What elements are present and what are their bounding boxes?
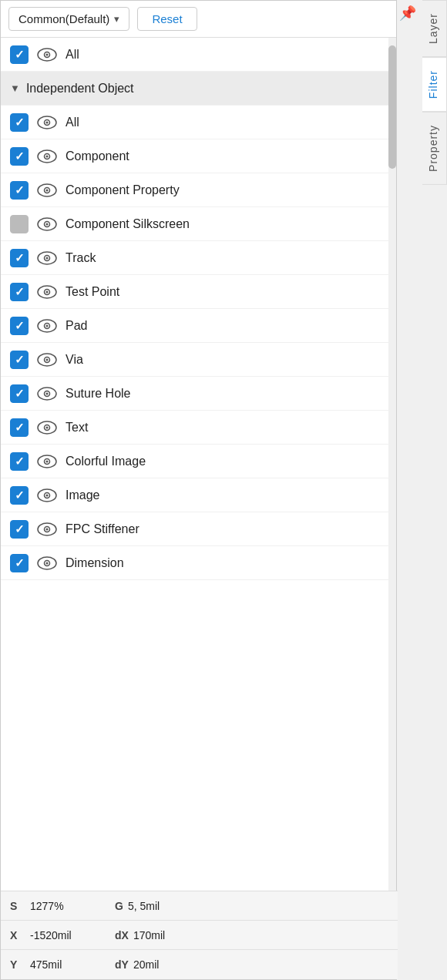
top-all-row: All [1,38,396,72]
svg-point-23 [46,324,49,327]
label-pad: Pad [66,319,87,333]
eye-icon-component-property[interactable] [36,183,58,198]
status-row-x: X -1520mil dX 170mil [1,921,398,950]
top-all-label: All [66,48,79,62]
svg-point-14 [46,223,49,225]
status-row-s: S 1277% G 5, 5mil [1,891,398,921]
top-all-checkbox[interactable] [10,45,29,64]
list-item: All [1,106,396,139]
g-value: 5, 5mil [128,900,160,912]
list-item: Suture Hole [1,377,396,411]
label-test-point: Test Point [66,285,119,299]
list-item: Test Point [1,275,396,309]
label-via: Via [66,353,83,367]
svg-point-2 [46,53,49,55]
reset-button[interactable]: Reset [137,7,197,31]
list-item: Text [1,411,396,445]
list-item: Dimension [1,546,396,580]
checkbox-component[interactable] [10,147,29,166]
checkbox-track[interactable] [10,249,29,267]
svg-point-20 [46,290,49,293]
eye-icon-fpc-stiffener[interactable] [36,522,58,537]
preset-dropdown[interactable]: Common(Default) ▾ [8,7,129,31]
pin-icon: 📌 [399,5,416,22]
checkbox-image[interactable] [10,486,29,505]
svg-point-41 [46,528,49,530]
section-label: Independent Object [26,82,134,96]
label-suture-hole: Suture Hole [66,387,131,401]
eye-icon-all[interactable] [36,115,58,130]
x-label: X [10,929,25,941]
eye-icon-component[interactable] [36,149,58,164]
dx-label: dX [115,929,129,941]
label-track: Track [66,251,96,265]
eye-icon-suture-hole[interactable] [36,386,58,401]
svg-point-5 [46,121,49,123]
x-value: -1520mil [30,929,99,941]
y-value: 475mil [30,958,99,971]
checkbox-fpc-stiffener[interactable] [10,520,29,539]
eye-icon-test-point[interactable] [36,284,58,300]
label-component-property: Component Property [66,183,180,197]
checkbox-text[interactable] [10,418,29,437]
main-panel: Common(Default) ▾ Reset All ▼ Independen… [0,0,397,980]
chevron-down-icon: ▾ [114,13,119,25]
list-item: Component Property [1,173,396,207]
svg-point-32 [46,426,49,428]
g-label: G [115,900,123,912]
dx-value: 170mil [133,929,165,941]
list-item: Via [1,343,396,377]
s-value: 1277% [30,900,99,912]
list-item: Colorful Image [1,445,396,478]
items-list: All Component Component Property Compone… [1,106,396,580]
eye-icon-component-silkscreen[interactable] [36,216,58,232]
label-component: Component [66,149,129,163]
list-area: All ▼ Independent Object All Component C… [1,38,396,891]
scrollbar-thumb[interactable] [388,45,396,169]
eye-icon-text[interactable] [36,420,58,435]
tab-layer[interactable]: Layer [422,0,447,57]
side-tabs: Layer Filter Property [422,0,447,185]
checkbox-component-silkscreen[interactable] [10,215,29,233]
checkbox-test-point[interactable] [10,283,29,301]
checkbox-pad[interactable] [10,317,29,335]
list-item: Component [1,139,396,173]
label-image: Image [66,488,99,502]
checkbox-dimension[interactable] [10,554,29,572]
svg-point-8 [46,155,49,157]
eye-icon-image[interactable] [36,488,58,503]
tab-property[interactable]: Property [422,112,447,185]
collapse-triangle-icon[interactable]: ▼ [10,82,20,94]
eye-icon-track[interactable] [36,250,58,266]
section-header: ▼ Independent Object [1,72,396,106]
eye-icon-via[interactable] [36,352,58,368]
eye-icon-dimension[interactable] [36,555,58,571]
label-fpc-stiffener: FPC Stiffener [66,522,139,536]
status-row-y: Y 475mil dY 20mil [1,950,398,979]
svg-point-26 [46,358,49,361]
checkbox-via[interactable] [10,351,29,369]
dy-value: 20mil [133,958,159,971]
s-label: S [10,900,25,912]
checkbox-colorful-image[interactable] [10,452,29,471]
svg-point-29 [46,392,49,394]
label-dimension: Dimension [66,556,124,570]
svg-point-17 [46,257,49,259]
top-all-eye-icon[interactable] [36,47,58,62]
list-item: Pad [1,309,396,343]
svg-point-44 [46,562,49,564]
eye-icon-colorful-image[interactable] [36,454,58,469]
checkbox-suture-hole[interactable] [10,384,29,403]
tab-filter[interactable]: Filter [422,57,447,112]
list-item: Image [1,478,396,512]
preset-label: Common(Default) [18,12,109,25]
status-bar: S 1277% G 5, 5mil X -1520mil dX 170mil Y… [1,891,398,979]
checkbox-all[interactable] [10,113,29,132]
dy-label: dY [115,958,129,971]
list-item: Track [1,241,396,275]
eye-icon-pad[interactable] [36,318,58,334]
y-label: Y [10,958,25,971]
checkbox-component-property[interactable] [10,181,29,200]
label-text: Text [66,421,88,435]
toolbar: Common(Default) ▾ Reset [1,1,396,38]
